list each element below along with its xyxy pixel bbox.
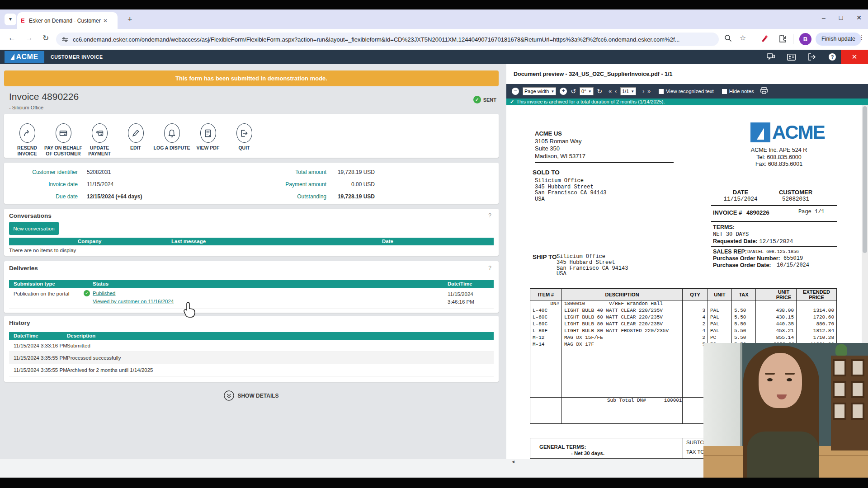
quit-icon <box>236 123 252 143</box>
show-details-button[interactable]: SHOW DETAILS <box>224 390 278 401</box>
mouse-cursor-pointer <box>183 302 197 318</box>
due-date-value: 12/15/2024 (+64 days) <box>87 191 142 203</box>
po-date-label: Purchase Order Date: <box>713 262 771 268</box>
published-link[interactable]: Published <box>93 291 116 296</box>
column-header: Date <box>382 238 393 245</box>
column-header: Company <box>78 238 101 245</box>
invoice-number-label: INVOICE # <box>713 209 742 216</box>
invoice-form-panel: This form has been submitted in demonstr… <box>0 64 506 459</box>
update-payment-icon <box>92 123 108 143</box>
extension-pen-icon[interactable] <box>760 34 769 44</box>
acme-header-logo[interactable]: ACME <box>5 51 44 63</box>
browser-tab[interactable]: E Esker on Demand - Customer i ✕ <box>17 12 118 29</box>
demo-mode-banner: This form has been submitted in demonstr… <box>4 70 499 86</box>
total-amount-value: 19,728.19 USD <box>321 166 375 178</box>
new-tab-button[interactable]: + <box>127 15 132 24</box>
webcam-overlay <box>703 343 868 478</box>
address-bar[interactable]: cc6.ondemand.esker.com/ondemand/webacces… <box>56 33 719 46</box>
site-info-icon[interactable] <box>61 36 68 43</box>
browser-reload-button[interactable]: ↻ <box>42 33 49 43</box>
search-icon[interactable] <box>724 34 732 44</box>
tab-search-button[interactable]: ▾ <box>5 14 16 25</box>
contact-card-icon[interactable] <box>787 54 796 61</box>
sign-out-icon[interactable] <box>808 53 816 61</box>
rotation-select[interactable]: 0°▼ <box>580 87 593 95</box>
divider <box>711 221 837 222</box>
table-row: 11/15/2024 3:35:55 PMArchived for 2 mont… <box>9 364 494 376</box>
help-icon[interactable]: ? <box>828 53 836 61</box>
section-title: Conversations <box>9 212 52 219</box>
quit-button[interactable]: QUIT <box>219 114 269 151</box>
window-close-button[interactable]: ✕ <box>856 14 862 21</box>
history-table-header: Date/Time Description <box>9 332 494 340</box>
browser-back-button[interactable]: ← <box>8 33 16 42</box>
double-chevron-down-icon <box>224 390 234 401</box>
view-recognized-text-checkbox[interactable]: View recognized text <box>659 89 714 94</box>
profile-avatar[interactable]: B <box>799 33 811 45</box>
invoice-subtitle: - Silicium Office <box>9 105 43 110</box>
column-header: Status <box>93 280 108 288</box>
acme-sail-logo-icon <box>750 122 770 142</box>
preview-toolbar: − Page width▼ + ↺ 0°▼ ↻ « ‹ 1/1▼ › » Vie… <box>506 84 868 99</box>
zoom-select[interactable]: Page width▼ <box>523 87 556 95</box>
webcam-window <box>703 343 742 451</box>
status-badge: ✓ SENT <box>473 96 496 103</box>
scrollbar-thumb[interactable] <box>863 106 867 253</box>
sent-check-icon: ✓ <box>473 96 481 103</box>
requested-date: Requested Date: 12/15/2024 <box>713 238 793 245</box>
print-icon[interactable] <box>760 87 768 95</box>
rotate-right-icon[interactable]: ↻ <box>597 88 603 95</box>
esker-favicon: E <box>21 17 29 24</box>
screen: ▾ E Esker on Demand - Customer i ✕ + – □… <box>0 0 868 488</box>
app-close-button[interactable]: ✕ <box>841 50 868 64</box>
conversations-card: Conversations ? New conversation Company… <box>4 209 499 256</box>
browser-forward-button[interactable]: → <box>25 33 33 42</box>
bookmark-star-icon[interactable]: ☆ <box>740 33 746 42</box>
row-divider <box>9 309 494 309</box>
conversations-table-header: Company Last message Date <box>9 238 494 245</box>
zoom-in-button[interactable]: + <box>560 88 567 95</box>
edit-icon <box>128 123 144 143</box>
window-minimize-button[interactable]: – <box>822 14 826 21</box>
table-header-row: ITEM #DESCRIPTIONQTYUNITTAXUNIT PRICEEXT… <box>530 289 837 300</box>
help-question-icon[interactable]: ? <box>488 265 491 271</box>
tab-close-icon[interactable]: ✕ <box>103 18 108 24</box>
page-select[interactable]: 1/1▼ <box>620 87 636 95</box>
table-row: M-12MAG DX 15F/FE2PC5.50855.141710.28 <box>530 334 837 341</box>
new-conversation-button[interactable]: New conversation <box>9 222 59 235</box>
viewed-by-customer-link[interactable]: Viewed by customer on 11/16/2024 <box>93 299 174 304</box>
divider <box>535 162 674 163</box>
acme-pdf-logo: ACME <box>750 122 825 142</box>
window-maximize-button[interactable]: □ <box>839 14 843 21</box>
table-row: L-40CLIGHT BULB 40 WATT CLEAR 220/235V3P… <box>530 307 837 314</box>
field-label: Customer identifier <box>8 166 78 178</box>
browser-menu-icon[interactable]: ⋮ <box>859 33 865 41</box>
po-number-label: Purchase Order Number: <box>713 255 780 262</box>
empty-list-message: There are no items to display <box>9 248 76 253</box>
previous-page-button[interactable]: ‹ <box>615 88 617 94</box>
page-number: Page 1/1 <box>798 209 825 215</box>
zoom-out-button[interactable]: − <box>512 88 519 95</box>
checkbox-icon <box>722 89 727 94</box>
extensions-icon[interactable] <box>778 34 787 44</box>
last-page-button[interactable]: » <box>647 88 651 94</box>
finish-update-button[interactable]: Finish update <box>816 33 861 46</box>
column-header: Submission type <box>14 280 55 288</box>
hide-notes-checkbox[interactable]: Hide notes <box>722 89 754 94</box>
invoice-title: Invoice 4890226 <box>9 91 79 102</box>
h-scroll-left-arrow[interactable]: ◄ <box>511 459 515 464</box>
customer-identifier-link[interactable]: 52082031 <box>87 166 111 178</box>
deliveries-table-header: Submission type Status Date/Time <box>9 280 494 288</box>
submission-type-value: Publication on the portal <box>14 291 69 296</box>
webcam-person-shirt <box>747 432 819 478</box>
rotate-left-icon[interactable]: ↺ <box>571 88 576 95</box>
table-row: DN#1800010 V/REF Brandon Hall <box>530 300 837 307</box>
first-page-button[interactable]: « <box>609 88 612 94</box>
next-page-button[interactable]: › <box>642 88 644 94</box>
archive-notice-banner: ✓This invoice is archived for a total du… <box>506 99 868 105</box>
checkbox-icon <box>659 89 664 94</box>
help-question-icon[interactable]: ? <box>488 212 491 219</box>
conversation-icon[interactable] <box>767 53 775 61</box>
toolbar-divider <box>793 34 793 44</box>
show-details-container: SHOW DETAILS <box>4 390 499 403</box>
